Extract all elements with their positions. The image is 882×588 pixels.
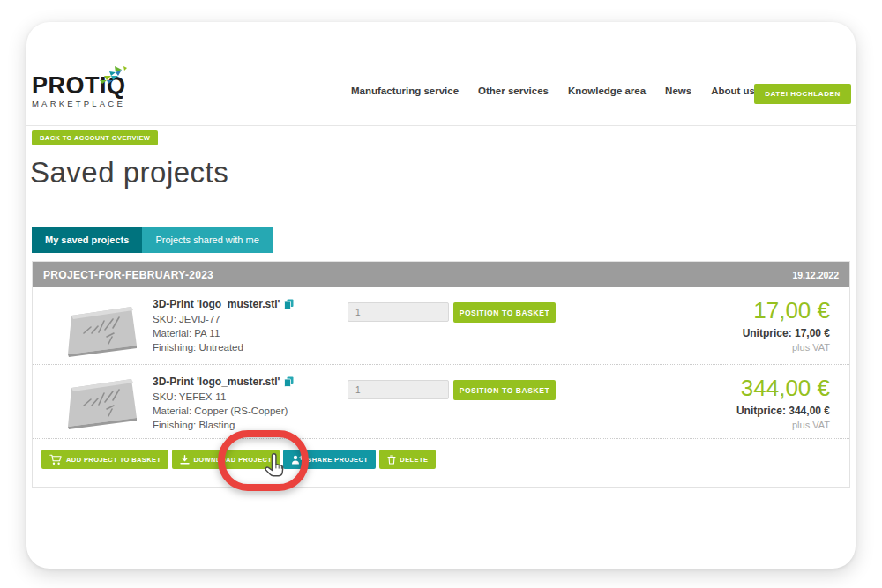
item-unitprice: Unitprice: 344,00 € — [736, 405, 830, 417]
item-finishing: Finishing: Untreated — [153, 342, 294, 353]
item-sku: SKU: JEVIJ-77 — [153, 314, 294, 324]
item-vat-note: plus VAT — [743, 342, 830, 353]
share-person-plus-icon — [291, 455, 303, 465]
item-material: Material: PA 11 — [153, 328, 294, 339]
project-panel-header: PROJECT-FOR-FEBRUARY-2023 19.12.2022 — [33, 262, 849, 287]
back-to-account-button[interactable]: BACK TO ACCOUNT OVERVIEW — [32, 130, 158, 145]
brand-logo[interactable]: PROTIQ MARKETPLACE — [32, 73, 164, 108]
upload-file-button[interactable]: DATEI HOCHLADEN — [754, 84, 851, 104]
brand-tagline: MARKETPLACE — [32, 99, 164, 108]
share-project-label: SHARE PROJECT — [307, 456, 368, 464]
item-details: 3D-Print 'logo_muster.stl' SKU: YEFEX-11… — [153, 376, 294, 430]
download-icon — [180, 455, 190, 465]
nav-item-news[interactable]: News — [665, 86, 691, 96]
project-item-row: 3D-Print 'logo_muster.stl' SKU: JEVIJ-77… — [33, 287, 849, 365]
trash-icon — [387, 455, 396, 465]
share-project-button[interactable]: SHARE PROJECT — [283, 450, 376, 469]
nav-item-about-us[interactable]: About us — [711, 86, 755, 96]
item-material: Material: Copper (RS-Copper) — [153, 406, 294, 416]
item-finishing: Finishing: Blasting — [153, 420, 294, 430]
copy-icon[interactable] — [284, 376, 294, 387]
add-project-to-basket-label: ADD PROJECT TO BASKET — [66, 456, 161, 464]
item-vat-note: plus VAT — [736, 420, 830, 430]
download-project-label: DOWNLOAD PROJECT — [193, 456, 272, 464]
position-to-basket-button[interactable]: POSITION TO BASKET — [453, 380, 556, 400]
header-divider — [26, 125, 856, 126]
project-title: PROJECT-FOR-FEBRUARY-2023 — [43, 269, 213, 281]
copy-icon[interactable] — [284, 299, 294, 309]
nav-item-knowledge-area[interactable]: Knowledge area — [568, 86, 646, 96]
project-date: 19.12.2022 — [792, 270, 839, 280]
item-name: 3D-Print 'logo_muster.stl' — [153, 298, 280, 310]
item-sku: SKU: YEFEX-11 — [153, 391, 294, 402]
projects-tabs: My saved projects Projects shared with m… — [32, 227, 273, 253]
price-block: 17,00 € Unitprice: 17,00 € plus VAT — [743, 298, 830, 353]
project-actions: ADD PROJECT TO BASKET DOWNLOAD PROJECT — [33, 439, 849, 469]
item-thumbnail[interactable] — [63, 303, 142, 360]
item-name: 3D-Print 'logo_muster.stl' — [153, 376, 280, 388]
project-panel: PROJECT-FOR-FEBRUARY-2023 19.12.2022 — [32, 261, 850, 488]
add-project-to-basket-button[interactable]: ADD PROJECT TO BASKET — [41, 450, 168, 469]
item-price: 344,00 € — [736, 376, 830, 400]
item-thumbnail[interactable] — [63, 376, 142, 432]
delete-project-label: DELETE — [400, 456, 428, 464]
quantity-input[interactable] — [348, 380, 449, 399]
nav-item-other-services[interactable]: Other services — [478, 86, 549, 96]
download-project-button[interactable]: DOWNLOAD PROJECT — [172, 450, 280, 469]
page-title: Saved projects — [30, 156, 228, 190]
item-unitprice: Unitprice: 17,00 € — [743, 327, 830, 339]
page: PROTIQ MARKETPLACE Manufacturing service… — [0, 0, 882, 588]
item-details: 3D-Print 'logo_muster.stl' SKU: JEVIJ-77… — [153, 298, 294, 353]
position-to-basket-button[interactable]: POSITION TO BASKET — [453, 302, 556, 323]
nav-item-manufacturing-service[interactable]: Manufacturing service — [351, 86, 459, 96]
item-price: 17,00 € — [743, 298, 830, 323]
price-block: 344,00 € Unitprice: 344,00 € plus VAT — [736, 376, 830, 430]
main-nav: Manufacturing service Other services Kno… — [351, 86, 755, 96]
delete-project-button[interactable]: DELETE — [379, 450, 436, 469]
project-item-row: 3D-Print 'logo_muster.stl' SKU: YEFEX-11… — [33, 365, 849, 439]
quantity-input[interactable] — [348, 302, 449, 322]
tab-projects-shared-with-me[interactable]: Projects shared with me — [142, 227, 272, 253]
page-card: PROTIQ MARKETPLACE Manufacturing service… — [26, 22, 856, 569]
cart-icon — [49, 454, 63, 465]
logo-arrow-icon — [88, 64, 129, 91]
tab-my-saved-projects[interactable]: My saved projects — [32, 227, 142, 253]
